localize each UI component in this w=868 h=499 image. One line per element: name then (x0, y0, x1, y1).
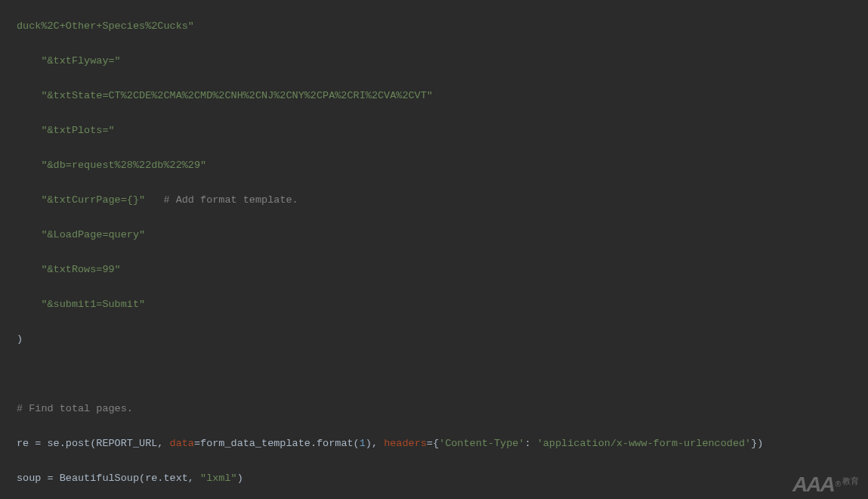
code-line: "&db=request%28%22db%22%29" (17, 157, 868, 174)
watermark-dot: ® (836, 476, 841, 493)
code-line: "&txtState=CT%2CDE%2CMA%2CMD%2CNH%2CNJ%2… (17, 87, 868, 104)
code-line: # Find total pages. (17, 400, 868, 417)
code-line: "&submit1=Submit" (17, 296, 868, 313)
code-line: "&LoadPage=query" (17, 226, 868, 243)
code-editor[interactable]: duck%2C+Other+Species%2Cucks" "&txtFlywa… (0, 0, 868, 499)
code-line: "&txtRows=99" (17, 261, 868, 278)
code-line: soup = BeautifulSoup(re.text, "lxml") (17, 470, 868, 487)
code-line: duck%2C+Other+Species%2Cucks" (17, 17, 868, 35)
watermark-text: AAA (792, 476, 834, 493)
watermark-logo: AAA® 教育 (792, 473, 859, 493)
code-line: "&txtFlyway=" (17, 52, 868, 70)
watermark-subtext: 教育 (842, 473, 859, 490)
code-line: re = se.post(REPORT_URL, data=form_data_… (17, 435, 868, 452)
code-line: ) (17, 330, 868, 348)
code-line: "&txtCurrPage={}" # Add format template. (17, 191, 868, 209)
code-line: "&txtPlots=" (17, 122, 868, 139)
blank-line (17, 365, 868, 383)
